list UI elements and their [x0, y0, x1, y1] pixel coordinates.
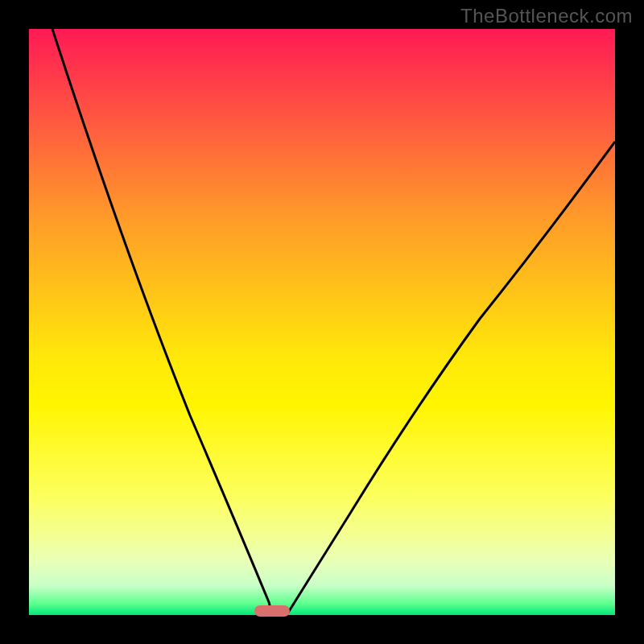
curve-lines	[29, 29, 615, 615]
plot-area	[29, 29, 615, 615]
left-curve-path	[52, 29, 272, 615]
watermark-text: TheBottleneck.com	[460, 5, 633, 27]
chart-frame: TheBottleneck.com	[0, 0, 644, 644]
bottleneck-marker	[254, 605, 290, 617]
right-curve-path	[287, 142, 615, 615]
